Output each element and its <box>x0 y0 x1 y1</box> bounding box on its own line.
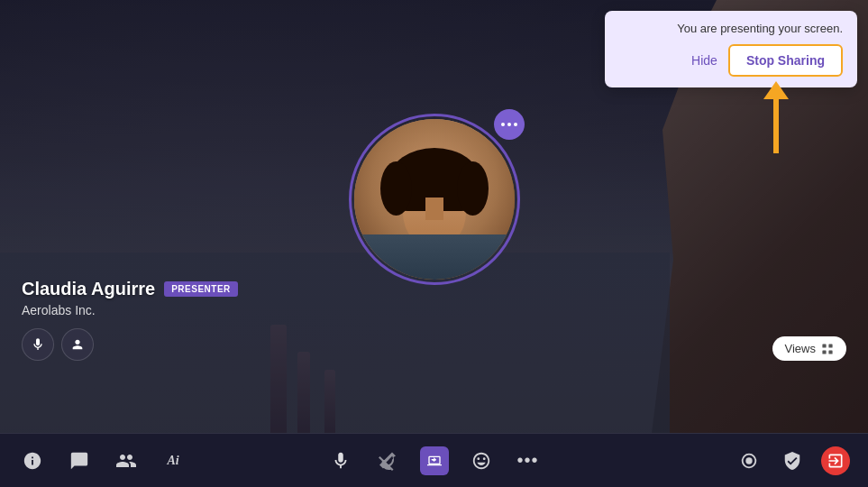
hair-right <box>457 161 489 216</box>
arrow-shaft <box>773 99 779 153</box>
presenter-info: Claudia Aguirre PRESENTER Aerolabs Inc. <box>22 279 238 361</box>
svg-point-5 <box>745 457 752 464</box>
presenter-name: Claudia Aguirre <box>22 279 155 299</box>
toolbar-center: ••• <box>326 446 543 475</box>
leave-button[interactable] <box>821 446 850 475</box>
share-actions: Hide Stop Sharing <box>619 44 843 77</box>
svg-rect-0 <box>822 344 826 347</box>
avatar-menu-button[interactable] <box>494 109 525 140</box>
face-background <box>354 119 515 280</box>
dot1 <box>501 123 505 126</box>
svg-rect-1 <box>828 344 832 347</box>
toolbar: Ai ••• <box>0 433 868 487</box>
toolbar-left: Ai <box>18 446 187 475</box>
shoulder-area <box>354 234 515 280</box>
chat-icon[interactable] <box>65 446 94 475</box>
mic-control-button[interactable] <box>22 328 54 361</box>
presenter-controls <box>22 328 238 361</box>
info-icon[interactable] <box>18 446 47 475</box>
people-icon[interactable] <box>112 446 141 475</box>
mic-small-icon <box>31 337 45 352</box>
person-control-button[interactable] <box>61 328 94 361</box>
svg-rect-2 <box>822 350 826 354</box>
grid-icon <box>821 343 834 355</box>
arrow-indicator <box>763 81 789 153</box>
hair-left <box>380 161 412 216</box>
avatar <box>354 119 515 280</box>
mic-button[interactable] <box>326 446 355 475</box>
presenter-company: Aerolabs Inc. <box>22 303 238 317</box>
more-button[interactable]: ••• <box>514 446 543 475</box>
hide-button[interactable]: Hide <box>691 53 717 68</box>
svg-rect-3 <box>828 350 832 354</box>
views-label: Views <box>785 342 816 355</box>
camera-off-button[interactable] <box>373 446 402 475</box>
emoji-button[interactable] <box>467 446 496 475</box>
stop-sharing-button[interactable]: Stop Sharing <box>728 44 843 77</box>
record-button[interactable] <box>735 446 763 475</box>
dot3 <box>514 123 517 126</box>
shield-button[interactable] <box>778 446 807 475</box>
toolbar-right <box>735 446 850 475</box>
neck <box>425 198 443 220</box>
presenter-badge: PRESENTER <box>164 281 238 297</box>
dot2 <box>507 123 511 126</box>
avatar-container <box>349 114 520 285</box>
share-notification: You are presenting your screen. Hide Sto… <box>605 11 857 87</box>
presenter-name-row: Claudia Aguirre PRESENTER <box>22 279 238 299</box>
share-notification-message: You are presenting your screen. <box>619 22 843 35</box>
arrow-head <box>763 81 789 99</box>
screen-share-button[interactable] <box>420 446 449 475</box>
person-small-icon <box>70 337 85 352</box>
three-dots-icon <box>501 123 517 126</box>
views-button[interactable]: Views <box>772 336 846 361</box>
avatar-ring <box>349 114 520 285</box>
ai-icon[interactable]: Ai <box>159 446 187 475</box>
